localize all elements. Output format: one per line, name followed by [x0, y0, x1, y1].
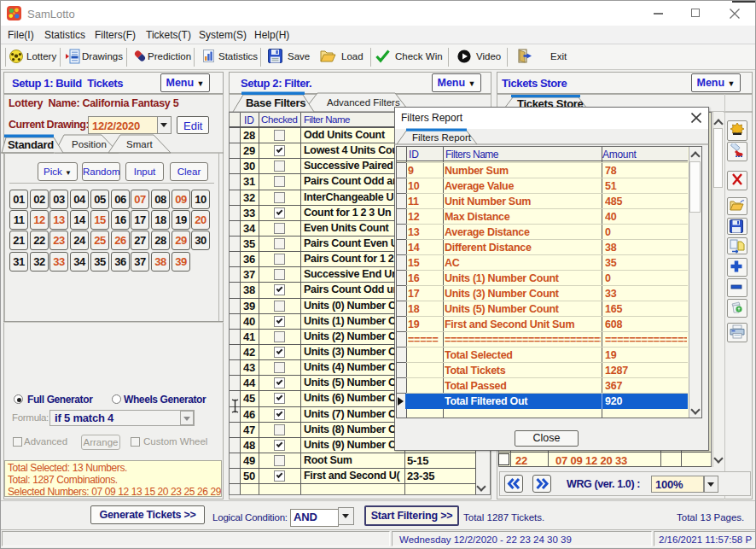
svg-text:Filters Report: Filters Report	[412, 132, 472, 143]
svg-text:Advanced Filters: Advanced Filters	[327, 97, 400, 108]
svg-text:Smart: Smart	[126, 139, 153, 149]
svg-text:Base Filters: Base Filters	[246, 96, 305, 109]
svg-text:Standard: Standard	[8, 138, 54, 151]
svg-text:Position: Position	[72, 139, 107, 149]
